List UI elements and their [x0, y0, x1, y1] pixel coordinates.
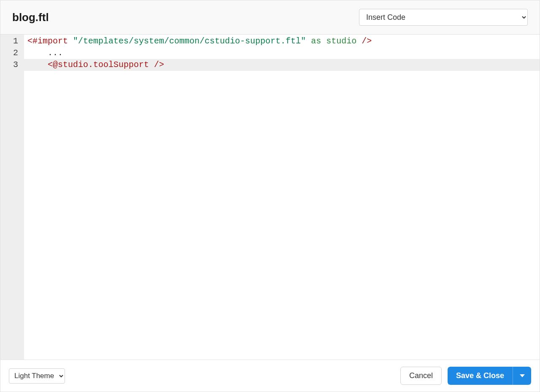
code-token: studio: [326, 36, 356, 46]
code-line[interactable]: <@studio.toolSupport />: [24, 59, 540, 71]
code-editor[interactable]: 123 <#import "/templates/system/common/c…: [0, 35, 540, 360]
line-number: 3: [0, 59, 24, 71]
code-token: "/templates/system/common/cstudio-suppor…: [73, 36, 306, 46]
save-button-group: Save & Close: [448, 367, 531, 385]
code-content[interactable]: <#import "/templates/system/common/cstud…: [24, 35, 540, 360]
footer-actions: Cancel Save & Close: [400, 367, 531, 385]
line-number-gutter: 123: [0, 35, 24, 360]
code-token: />: [362, 36, 372, 46]
cancel-button[interactable]: Cancel: [400, 367, 442, 385]
code-token: [27, 60, 48, 70]
code-line[interactable]: <#import "/templates/system/common/cstud…: [24, 35, 540, 47]
header-bar: blog.ftl Insert Code: [0, 0, 540, 35]
footer-bar: Light Theme Cancel Save & Close: [0, 360, 540, 392]
theme-select[interactable]: Light Theme: [9, 368, 65, 384]
editor-dialog: blog.ftl Insert Code 123 <#import "/temp…: [0, 0, 540, 392]
code-token: [306, 36, 311, 46]
chevron-down-icon: [520, 374, 525, 377]
code-token: [321, 36, 326, 46]
code-token: as: [311, 36, 321, 46]
insert-code-select[interactable]: Insert Code: [359, 9, 528, 26]
save-close-button[interactable]: Save & Close: [448, 367, 513, 385]
save-dropdown-button[interactable]: [513, 367, 531, 385]
code-token: [68, 36, 73, 46]
code-token: <@studio.toolSupport />: [48, 60, 164, 70]
line-number: 2: [0, 47, 24, 59]
code-line[interactable]: ...: [24, 47, 540, 59]
code-token: ...: [27, 48, 63, 58]
filename-title: blog.ftl: [12, 11, 49, 24]
code-token: [356, 36, 362, 46]
code-token: <#import: [27, 36, 68, 46]
line-number: 1: [0, 35, 24, 47]
